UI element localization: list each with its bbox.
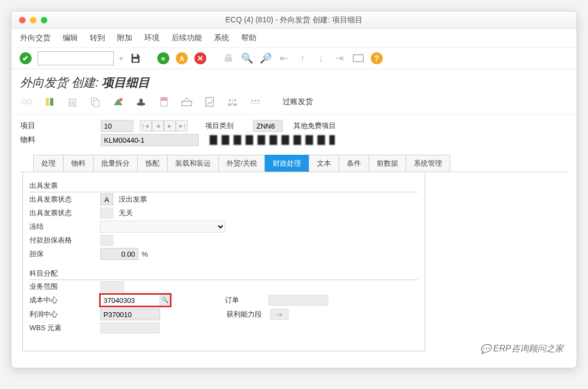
svg-rect-1 [133,59,138,62]
payment-guarantee-form-field[interactable] [100,235,113,246]
menu-goto[interactable]: 转到 [90,33,105,43]
svg-point-27 [251,100,253,102]
cancel-button[interactable]: ✕ [194,52,207,65]
document-header-icon[interactable] [43,95,56,108]
item-field[interactable] [101,120,133,132]
delete-icon[interactable] [66,95,79,108]
financial-processing-panel: 出具发票 出具发票状态 没出发票 出具发票状态 无关 冻结 付款担保表格 [22,172,425,351]
tab-administration[interactable]: 系统管理 [406,155,450,172]
svg-point-23 [229,99,231,101]
svg-rect-26 [234,104,237,106]
menu-subseq[interactable]: 后续功能 [171,33,202,43]
menu-system[interactable]: 系统 [214,33,229,43]
material-label: 物料 [20,135,96,145]
wbs-element-label: WBS 元素 [29,323,100,333]
header-details-icon[interactable] [134,95,148,108]
back-button[interactable]: « [157,52,170,65]
cost-center-label: 成本中心 [29,295,100,305]
svg-point-4 [22,100,26,104]
overview-icon[interactable] [112,95,125,108]
menu-help[interactable]: 帮助 [241,33,256,43]
order-field[interactable] [268,295,328,306]
billing-block-select[interactable] [100,221,225,233]
profit-center-field[interactable] [100,308,160,320]
account-assignment-section-title: 科目分配 [29,269,418,278]
menu-extras[interactable]: 附加 [117,33,132,43]
svg-rect-25 [228,104,231,106]
menubar: 外向交货 编辑 转到 附加 环境 后续功能 系统 帮助 [11,29,577,48]
billing-section-title: 出具发票 [29,181,418,191]
billing-status-2-label: 出具发票状态 [29,208,100,218]
item-tabstrip: 处理 物料 批量拆分 拣配 装载和装运 外贸/关税 财政处理 文本 条件 前数据… [20,155,568,172]
tab-material[interactable]: 物料 [63,155,94,172]
cost-center-field[interactable] [100,294,160,306]
display-change-icon[interactable] [20,95,33,108]
tab-texts[interactable]: 文本 [309,155,339,172]
save-button[interactable] [128,52,142,65]
find-icon: 🔍 [241,52,254,65]
post-goods-button[interactable]: 过账发货 [283,97,313,107]
first-item-button[interactable]: |◄ [140,120,152,131]
prev-page-icon: ↑ [296,52,309,65]
split-icon[interactable] [226,95,239,108]
guarantee-label: 担保 [29,249,100,259]
billing-status-2-text: 无关 [119,208,133,218]
item-category-text: 其他免费项目 [293,121,336,131]
menu-outbound-delivery[interactable]: 外向交货 [20,33,51,43]
svg-rect-7 [50,98,53,106]
business-area-label: 业务范围 [29,282,100,291]
profitability-segment-button[interactable]: ➜ [270,309,289,320]
page-title: 外向发货 创建: 项目细目 [11,69,577,93]
last-item-button[interactable]: ►| [176,120,188,131]
material-field[interactable] [101,134,199,146]
window-title: ECQ (4) (810) - 外向发货 创建: 项目细目 [11,15,577,25]
tab-conditions[interactable]: 条件 [339,155,369,172]
next-item-button[interactable]: ► [164,120,176,131]
svg-point-29 [258,100,260,102]
exit-button[interactable]: ∧ [175,52,188,65]
svg-point-15 [119,98,122,101]
tab-processing[interactable]: 处理 [33,155,64,172]
profit-center-label: 利润中心 [29,309,100,319]
help-button[interactable]: ? [370,52,383,65]
enter-button[interactable]: ✔ [19,52,32,65]
svg-point-24 [234,99,236,101]
menu-edit[interactable]: 编辑 [63,33,78,43]
guarantee-field[interactable] [100,248,138,260]
command-field[interactable] [38,51,114,65]
new-session-button[interactable] [352,52,365,65]
billing-status-1-code[interactable] [100,193,113,205]
tab-batch-split[interactable]: 批量拆分 [93,155,138,172]
menu-env[interactable]: 环境 [144,33,160,43]
services-icon[interactable] [249,95,262,108]
payment-guarantee-form-label: 付款担保表格 [29,235,100,245]
item-category-field[interactable] [253,120,283,132]
cost-center-valuehelp-icon[interactable]: 🔍 [160,294,170,305]
incompletion-icon[interactable] [157,95,170,108]
tab-predecessor[interactable]: 前数据 [369,155,406,172]
watermark: 💬 ERP咨询顾问之家 [480,343,564,355]
packing-icon[interactable] [180,95,193,108]
wechat-icon: 💬 [480,344,491,354]
next-page-icon: ↓ [315,52,328,65]
post-goods-issue-icon[interactable] [203,95,216,108]
order-label: 订单 [225,295,268,305]
copy-icon[interactable] [89,95,102,108]
standard-toolbar: ✔ « « ∧ ✕ 🖶 🔍 🔎 ⇤ ↑ ↓ ⇥ ? [11,48,577,69]
billing-status-2-code[interactable] [100,208,113,218]
tab-picking[interactable]: 拣配 [137,155,168,172]
prev-item-button[interactable]: ◄ [152,120,164,131]
tab-loading[interactable]: 装载和装运 [167,155,219,172]
svg-point-28 [254,100,256,102]
tab-foreign-trade[interactable]: 外贸/关税 [218,155,265,172]
window-titlebar: ECQ (4) (810) - 外向发货 创建: 项目细目 [11,11,577,29]
business-area-field[interactable] [100,281,124,292]
first-page-icon: ⇤ [278,52,291,65]
print-icon: 🖶 [222,52,235,65]
svg-rect-20 [182,101,192,106]
wbs-element-field[interactable] [100,323,160,333]
tab-financial-processing[interactable]: 财政处理 [265,155,309,172]
find-next-icon: 🔎 [259,52,272,65]
billing-block-label: 冻结 [29,222,100,232]
command-history-button[interactable]: « [119,54,123,62]
